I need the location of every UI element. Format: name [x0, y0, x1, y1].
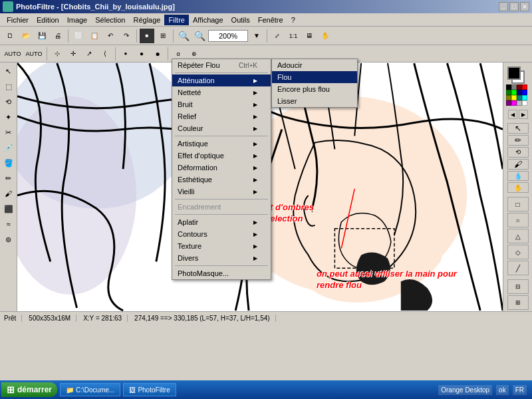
auto-btn-1[interactable]: AUTO	[3, 47, 23, 61]
rectangle-select[interactable]: ⬚	[1, 79, 16, 94]
right-tool-4[interactable]: 🖌	[507, 159, 529, 170]
brush-size-md[interactable]: ●	[134, 47, 149, 61]
arrow-tool[interactable]: ↗	[82, 47, 96, 61]
menu-photomasque[interactable]: PhotoMasque...	[172, 267, 271, 279]
color-btn[interactable]: ■	[140, 29, 154, 43]
grid-view-1[interactable]: ⊟	[507, 279, 529, 294]
submenu-encore-plus-flou[interactable]: Encore plus flou	[272, 83, 357, 95]
right-tool-1[interactable]: ↖	[507, 123, 529, 134]
swatch-darkred[interactable]	[517, 84, 522, 90]
clone-tool[interactable]: ⊚	[1, 232, 16, 247]
menu-attenuation[interactable]: Atténuation ▶	[172, 74, 271, 86]
menu-fichier[interactable]: Fichier	[3, 15, 33, 25]
rect-tool[interactable]: □	[507, 197, 529, 211]
submenu-flou[interactable]: Flou	[272, 71, 357, 83]
lasso-select[interactable]: ⟲	[1, 94, 16, 109]
menu-image[interactable]: Image	[63, 15, 92, 25]
menu-effet-optique[interactable]: Effet d'optique ▶	[172, 150, 271, 162]
swatch-cyan[interactable]	[522, 95, 527, 100]
swatch-green[interactable]	[506, 90, 511, 95]
redo-button[interactable]: ↷	[119, 29, 134, 43]
minimize-button[interactable]: _	[499, 2, 508, 11]
taskbar-item-photofiltre[interactable]: 🖼 PhotoFiltre	[123, 383, 176, 396]
swatch-lime[interactable]	[511, 90, 517, 95]
swatch-red[interactable]	[522, 84, 527, 90]
swatch-olive[interactable]	[506, 95, 511, 100]
line-tool[interactable]: ╱	[507, 261, 529, 275]
menu-vieilli[interactable]: Vieilli ▶	[172, 186, 271, 198]
menu-help[interactable]: ?	[287, 15, 299, 25]
fit-btn[interactable]: ⤢	[270, 29, 285, 43]
menu-filtre[interactable]: Filtre	[164, 15, 188, 25]
brush-size-lg[interactable]: ●	[150, 47, 165, 61]
select-tool[interactable]: ⊹	[50, 47, 65, 61]
swatch-silver[interactable]	[517, 100, 522, 106]
new-button[interactable]: 🗋	[3, 29, 17, 43]
menu-artistique[interactable]: Artistique ▶	[172, 138, 271, 150]
zoom-input[interactable]: 200%	[208, 30, 248, 42]
smudge-tool[interactable]: ≈	[1, 217, 16, 231]
menu-contours[interactable]: Contours ▶	[172, 228, 271, 240]
taskbar-item-documents[interactable]: 📁 C:\Docume...	[60, 383, 120, 396]
menu-fenetre[interactable]: Fenêtre	[254, 15, 287, 25]
close-button[interactable]: ×	[520, 2, 529, 11]
swatch-white[interactable]	[522, 100, 527, 106]
open-button[interactable]: 📂	[19, 29, 33, 43]
submenu-lisser[interactable]: Lisser	[272, 95, 357, 107]
diamond-tool[interactable]: ◇	[507, 245, 529, 259]
swatch-yellow[interactable]	[511, 95, 517, 100]
swatch-blue[interactable]	[522, 90, 527, 95]
zoom-in-btn[interactable]: 🔍	[192, 29, 207, 43]
swatch-purple[interactable]	[506, 100, 511, 106]
menu-texture[interactable]: Texture ▶	[172, 240, 271, 252]
magic-wand[interactable]: ✦	[1, 110, 16, 124]
menu-couleur[interactable]: Couleur ▶	[172, 122, 271, 134]
crop-tool[interactable]: ✂	[1, 125, 16, 140]
menu-deformation[interactable]: Déformation ▶	[172, 162, 271, 174]
pencil-tool[interactable]: ✏	[1, 171, 16, 186]
fill-tool[interactable]: 🪣	[1, 156, 16, 170]
menu-outils[interactable]: Outils	[227, 15, 254, 25]
auto-btn-2[interactable]: AUTO	[24, 47, 44, 61]
brush-tool[interactable]: 🖌	[1, 186, 16, 201]
swatch-gray[interactable]	[511, 84, 517, 90]
swatch-navy[interactable]	[517, 90, 522, 95]
pan-btn[interactable]: ✋	[318, 29, 332, 43]
submenu-adoucir[interactable]: Adoucir	[272, 59, 357, 71]
left-arrow-btn[interactable]: ◀	[508, 110, 517, 119]
swatch-black[interactable]	[506, 84, 511, 90]
menu-selection[interactable]: Sélection	[91, 15, 129, 25]
copy-button[interactable]: ⬜	[71, 29, 86, 43]
menu-repeter-flou[interactable]: Répéter Flou Ctrl+K	[172, 59, 271, 71]
swatch-teal[interactable]	[517, 95, 522, 100]
grid-view-2[interactable]: ⊞	[507, 295, 529, 310]
menu-nettete[interactable]: Netteté ▶	[172, 86, 271, 98]
maximize-button[interactable]: □	[509, 2, 519, 11]
window-controls[interactable]: _ □ ×	[499, 2, 529, 11]
menu-affichage[interactable]: Affichage	[189, 15, 227, 25]
brush-size-sm[interactable]: ●	[118, 47, 133, 61]
zoom-out-btn[interactable]: 🔍	[176, 29, 191, 43]
menu-divers[interactable]: Divers ▶	[172, 252, 271, 264]
triangle-tool[interactable]: △	[507, 229, 529, 243]
eyedropper[interactable]: 💉	[1, 140, 16, 155]
menu-aplatir[interactable]: Aplatir ▶	[172, 216, 271, 228]
monitor-btn[interactable]: 🖥	[302, 29, 317, 43]
paste-button[interactable]: 📋	[87, 29, 102, 43]
menu-esthetique[interactable]: Esthétique ▶	[172, 174, 271, 186]
grid-btn[interactable]: ⊞	[156, 29, 170, 43]
actual-size-btn[interactable]: 1:1	[286, 29, 301, 43]
menu-relief[interactable]: Relief ▶	[172, 110, 271, 122]
save-button[interactable]: 💾	[35, 29, 49, 43]
eraser-tool[interactable]: ⬛	[1, 201, 16, 216]
menu-bruit[interactable]: Bruit ▶	[172, 98, 271, 110]
right-tool-2[interactable]: ✏	[507, 135, 529, 146]
right-arrow-btn[interactable]: ▶	[519, 110, 528, 119]
move-tool[interactable]: ✛	[66, 47, 80, 61]
zoom-dropdown[interactable]: ▼	[249, 29, 264, 43]
swatch-magenta[interactable]	[511, 100, 517, 106]
start-button[interactable]: ⊞ démarrer	[1, 382, 57, 397]
undo-button[interactable]: ↶	[103, 29, 118, 43]
right-tool-3[interactable]: ⟲	[507, 147, 529, 158]
menu-encadrement[interactable]: Encadrement	[172, 201, 271, 213]
